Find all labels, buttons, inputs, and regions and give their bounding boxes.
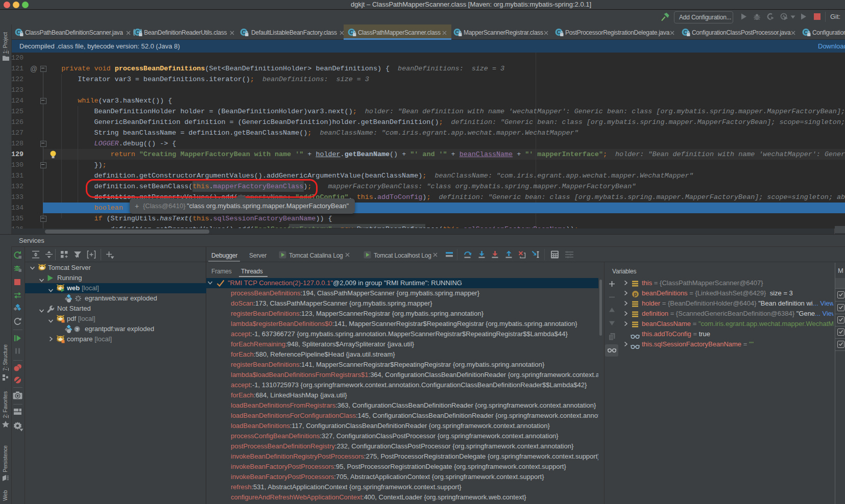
svg-text:?: ? [76,327,79,332]
svg-text:p: p [634,291,637,297]
